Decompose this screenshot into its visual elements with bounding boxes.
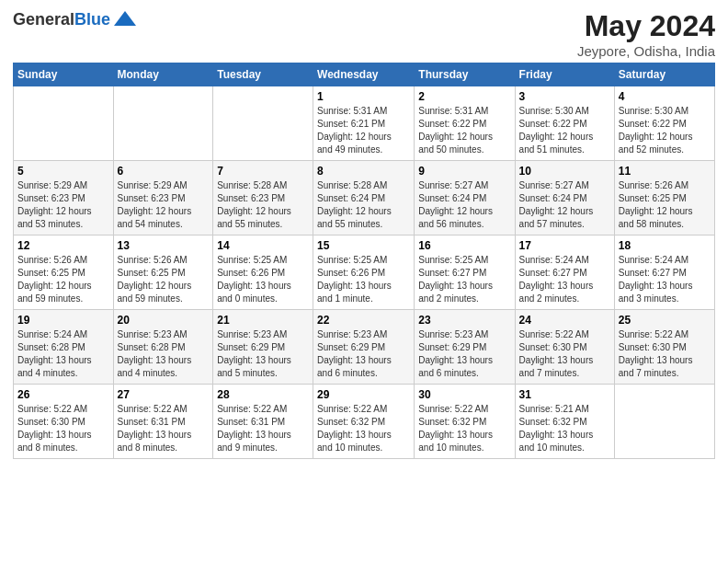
day-info: Sunrise: 5:31 AM Sunset: 6:22 PM Dayligh…: [418, 105, 510, 156]
weekday-header-thursday: Thursday: [415, 63, 515, 86]
day-info: Sunrise: 5:22 AM Sunset: 6:31 PM Dayligh…: [217, 403, 309, 454]
day-info: Sunrise: 5:26 AM Sunset: 6:25 PM Dayligh…: [619, 179, 711, 231]
day-info: Sunrise: 5:29 AM Sunset: 6:23 PM Dayligh…: [17, 179, 109, 231]
calendar-cell-w2-d3: 15Sunrise: 5:25 AM Sunset: 6:26 PM Dayli…: [313, 236, 415, 310]
calendar-cell-w0-d1: [113, 86, 213, 161]
week-row-4: 26Sunrise: 5:22 AM Sunset: 6:30 PM Dayli…: [14, 385, 715, 459]
calendar-cell-w3-d5: 24Sunrise: 5:22 AM Sunset: 6:30 PM Dayli…: [515, 310, 614, 385]
calendar-cell-w2-d4: 16Sunrise: 5:25 AM Sunset: 6:27 PM Dayli…: [415, 236, 515, 310]
day-info: Sunrise: 5:30 AM Sunset: 6:22 PM Dayligh…: [619, 105, 711, 156]
calendar-cell-w3-d3: 22Sunrise: 5:23 AM Sunset: 6:29 PM Dayli…: [313, 310, 415, 385]
calendar-cell-w1-d3: 8Sunrise: 5:28 AM Sunset: 6:24 PM Daylig…: [313, 161, 415, 236]
day-number: 10: [519, 165, 610, 178]
week-row-3: 19Sunrise: 5:24 AM Sunset: 6:28 PM Dayli…: [14, 310, 715, 385]
day-number: 31: [519, 388, 610, 401]
calendar-cell-w2-d1: 13Sunrise: 5:26 AM Sunset: 6:25 PM Dayli…: [113, 236, 213, 310]
calendar-cell-w1-d4: 9Sunrise: 5:27 AM Sunset: 6:24 PM Daylig…: [415, 161, 515, 236]
weekday-header-saturday: Saturday: [614, 63, 714, 86]
calendar-cell-w4-d6: [614, 385, 714, 459]
weekday-header-friday: Friday: [515, 63, 614, 86]
day-number: 20: [118, 314, 210, 327]
day-number: 24: [519, 314, 610, 327]
day-number: 5: [17, 165, 109, 178]
day-number: 15: [317, 239, 410, 252]
day-info: Sunrise: 5:27 AM Sunset: 6:24 PM Dayligh…: [519, 179, 610, 231]
calendar-cell-w4-d1: 27Sunrise: 5:22 AM Sunset: 6:31 PM Dayli…: [113, 385, 213, 459]
calendar-cell-w0-d3: 1Sunrise: 5:31 AM Sunset: 6:21 PM Daylig…: [313, 86, 415, 161]
day-number: 4: [619, 90, 711, 103]
calendar-cell-w4-d5: 31Sunrise: 5:21 AM Sunset: 6:32 PM Dayli…: [515, 385, 614, 459]
day-number: 25: [619, 314, 711, 327]
day-info: Sunrise: 5:22 AM Sunset: 6:32 PM Dayligh…: [418, 403, 510, 454]
weekday-header-monday: Monday: [113, 63, 213, 86]
day-info: Sunrise: 5:22 AM Sunset: 6:32 PM Dayligh…: [317, 403, 410, 454]
week-row-2: 12Sunrise: 5:26 AM Sunset: 6:25 PM Dayli…: [14, 236, 715, 310]
calendar-cell-w1-d1: 6Sunrise: 5:29 AM Sunset: 6:23 PM Daylig…: [113, 161, 213, 236]
day-info: Sunrise: 5:26 AM Sunset: 6:25 PM Dayligh…: [118, 254, 210, 305]
calendar-cell-w4-d2: 28Sunrise: 5:22 AM Sunset: 6:31 PM Dayli…: [213, 385, 313, 459]
day-number: 13: [118, 239, 210, 252]
day-number: 29: [317, 388, 410, 401]
calendar-cell-w0-d6: 4Sunrise: 5:30 AM Sunset: 6:22 PM Daylig…: [614, 86, 714, 161]
day-number: 22: [317, 314, 410, 327]
day-info: Sunrise: 5:30 AM Sunset: 6:22 PM Dayligh…: [519, 105, 610, 156]
title-block: May 2024 Jeypore, Odisha, India: [577, 9, 715, 59]
day-info: Sunrise: 5:23 AM Sunset: 6:29 PM Dayligh…: [317, 328, 410, 380]
calendar-cell-w3-d2: 21Sunrise: 5:23 AM Sunset: 6:29 PM Dayli…: [213, 310, 313, 385]
week-row-1: 5Sunrise: 5:29 AM Sunset: 6:23 PM Daylig…: [14, 161, 715, 236]
day-number: 17: [519, 239, 610, 252]
page-container: GeneralBlue May 2024 Jeypore, Odisha, In…: [0, 0, 728, 468]
day-info: Sunrise: 5:23 AM Sunset: 6:29 PM Dayligh…: [418, 328, 510, 380]
day-number: 26: [17, 388, 109, 401]
day-number: 21: [217, 314, 309, 327]
logo-icon: [112, 9, 138, 29]
day-number: 8: [317, 165, 410, 178]
day-number: 6: [118, 165, 210, 178]
day-number: 14: [217, 239, 309, 252]
day-number: 23: [418, 314, 510, 327]
day-number: 18: [619, 239, 711, 252]
day-info: Sunrise: 5:27 AM Sunset: 6:24 PM Dayligh…: [418, 179, 510, 231]
calendar-cell-w0-d0: [14, 86, 114, 161]
day-number: 11: [619, 165, 711, 178]
day-info: Sunrise: 5:24 AM Sunset: 6:27 PM Dayligh…: [519, 254, 610, 305]
day-number: 16: [418, 239, 510, 252]
calendar-cell-w3-d6: 25Sunrise: 5:22 AM Sunset: 6:30 PM Dayli…: [614, 310, 714, 385]
day-info: Sunrise: 5:25 AM Sunset: 6:26 PM Dayligh…: [317, 254, 410, 305]
calendar-cell-w2-d0: 12Sunrise: 5:26 AM Sunset: 6:25 PM Dayli…: [14, 236, 114, 310]
logo-blue-text: Blue: [74, 10, 110, 29]
location: Jeypore, Odisha, India: [577, 43, 715, 59]
logo: GeneralBlue: [13, 9, 138, 29]
day-info: Sunrise: 5:25 AM Sunset: 6:27 PM Dayligh…: [418, 254, 510, 305]
day-info: Sunrise: 5:28 AM Sunset: 6:24 PM Dayligh…: [317, 179, 410, 231]
logo-general-text: General: [13, 10, 74, 29]
calendar-cell-w3-d0: 19Sunrise: 5:24 AM Sunset: 6:28 PM Dayli…: [14, 310, 114, 385]
calendar-cell-w0-d5: 3Sunrise: 5:30 AM Sunset: 6:22 PM Daylig…: [515, 86, 614, 161]
calendar-cell-w1-d5: 10Sunrise: 5:27 AM Sunset: 6:24 PM Dayli…: [515, 161, 614, 236]
day-info: Sunrise: 5:24 AM Sunset: 6:28 PM Dayligh…: [17, 328, 109, 380]
weekday-header-sunday: Sunday: [14, 63, 114, 86]
day-number: 27: [118, 388, 210, 401]
day-number: 2: [418, 90, 510, 103]
header: GeneralBlue May 2024 Jeypore, Odisha, In…: [13, 9, 715, 59]
day-info: Sunrise: 5:28 AM Sunset: 6:23 PM Dayligh…: [217, 179, 309, 231]
day-info: Sunrise: 5:22 AM Sunset: 6:31 PM Dayligh…: [118, 403, 210, 454]
calendar-table: SundayMondayTuesdayWednesdayThursdayFrid…: [13, 63, 715, 459]
day-info: Sunrise: 5:22 AM Sunset: 6:30 PM Dayligh…: [519, 328, 610, 380]
day-number: 12: [17, 239, 109, 252]
day-info: Sunrise: 5:22 AM Sunset: 6:30 PM Dayligh…: [17, 403, 109, 454]
day-number: 1: [317, 90, 410, 103]
day-info: Sunrise: 5:26 AM Sunset: 6:25 PM Dayligh…: [17, 254, 109, 305]
day-number: 7: [217, 165, 309, 178]
day-number: 30: [418, 388, 510, 401]
weekday-header-row: SundayMondayTuesdayWednesdayThursdayFrid…: [14, 63, 715, 86]
weekday-header-wednesday: Wednesday: [313, 63, 415, 86]
day-number: 3: [519, 90, 610, 103]
calendar-cell-w2-d5: 17Sunrise: 5:24 AM Sunset: 6:27 PM Dayli…: [515, 236, 614, 310]
day-number: 19: [17, 314, 109, 327]
weekday-header-tuesday: Tuesday: [213, 63, 313, 86]
calendar-cell-w2-d2: 14Sunrise: 5:25 AM Sunset: 6:26 PM Dayli…: [213, 236, 313, 310]
day-info: Sunrise: 5:24 AM Sunset: 6:27 PM Dayligh…: [619, 254, 711, 305]
day-info: Sunrise: 5:21 AM Sunset: 6:32 PM Dayligh…: [519, 403, 610, 454]
calendar-cell-w0-d4: 2Sunrise: 5:31 AM Sunset: 6:22 PM Daylig…: [415, 86, 515, 161]
